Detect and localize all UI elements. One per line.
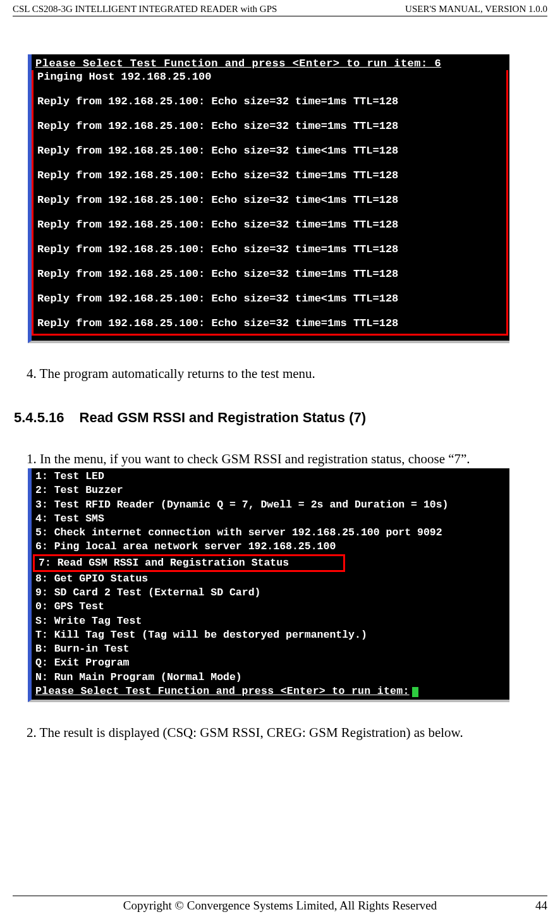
menu-prompt: Please Select Test Function and press <E…	[32, 684, 509, 698]
menu-line: 9: SD Card 2 Test (External SD Card)	[32, 586, 509, 600]
terminal-screenshot-menu: 1: Test LED 2: Test Buzzer 3: Test RFID …	[28, 468, 509, 702]
menu-line: 0: GPS Test	[32, 600, 509, 614]
section-title: Read GSM RSSI and Registration Status (7…	[80, 410, 367, 425]
menu-line: 6: Ping local area network server 192.16…	[32, 540, 509, 554]
menu-line: T: Kill Tag Test (Tag will be destoryed …	[32, 628, 509, 642]
terminal-line: Reply from 192.168.25.100: Echo size=32 …	[33, 267, 506, 281]
terminal-line: Reply from 192.168.25.100: Echo size=32 …	[33, 193, 506, 207]
page-header: CSL CS208-3G INTELLIGENT INTEGRATED READ…	[13, 0, 547, 16]
menu-prompt-text: Please Select Test Function and press <E…	[35, 685, 410, 697]
header-left: CSL CS208-3G INTELLIGENT INTEGRATED READ…	[13, 4, 277, 15]
terminal-line: Reply from 192.168.25.100: Echo size=32 …	[33, 292, 506, 305]
terminal-line: Reply from 192.168.25.100: Echo size=32 …	[33, 119, 506, 133]
page-footer: Copyright © Convergence Systems Limited,…	[13, 896, 547, 913]
menu-line: 2: Test Buzzer	[32, 483, 509, 497]
footer-copyright: Copyright © Convergence Systems Limited,…	[13, 899, 547, 913]
terminal-line: Reply from 192.168.25.100: Echo size=32 …	[33, 144, 506, 157]
header-right: USER'S MANUAL, VERSION 1.0.0	[405, 4, 547, 15]
step-4-text: 4. The program automatically returns to …	[27, 366, 547, 382]
menu-line: 5: Check internet connection with server…	[32, 526, 509, 540]
footer-page-number: 44	[535, 899, 547, 913]
terminal-line: Pinging Host 192.168.25.100	[33, 70, 506, 83]
menu-line: B: Burn-in Test	[32, 642, 509, 656]
menu-line: Q: Exit Program	[32, 656, 509, 670]
terminal-line: Reply from 192.168.25.100: Echo size=32 …	[33, 169, 506, 182]
menu-line: N: Run Main Program (Normal Mode)	[32, 671, 509, 684]
terminal-line: Reply from 192.168.25.100: Echo size=32 …	[33, 95, 506, 108]
section-number: 5.4.5.16	[14, 410, 64, 426]
terminal-prompt-line: Please Select Test Function and press <E…	[32, 57, 509, 70]
highlight-box: Pinging Host 192.168.25.100 Reply from 1…	[32, 70, 508, 336]
menu-line-highlighted: 7: Read GSM RSSI and Registration Status	[33, 554, 345, 572]
menu-line: S: Write Tag Test	[32, 614, 509, 628]
terminal-line: Reply from 192.168.25.100: Echo size=32 …	[33, 317, 506, 330]
menu-line: 3: Test RFID Reader (Dynamic Q = 7, Dwel…	[32, 498, 509, 512]
step-1-text: 1. In the menu, if you want to check GSM…	[27, 451, 547, 467]
menu-line: 1: Test LED	[32, 470, 509, 483]
menu-line: 4: Test SMS	[32, 512, 509, 526]
terminal-line: Reply from 192.168.25.100: Echo size=32 …	[33, 243, 506, 256]
cursor-icon	[412, 687, 418, 697]
section-heading: 5.4.5.16Read GSM RSSI and Registration S…	[14, 410, 547, 426]
step-2-text: 2. The result is displayed (CSQ: GSM RSS…	[27, 725, 547, 741]
terminal-screenshot-ping: Please Select Test Function and press <E…	[28, 54, 509, 343]
menu-line: 8: Get GPIO Status	[32, 572, 509, 586]
terminal-line: Reply from 192.168.25.100: Echo size=32 …	[33, 218, 506, 231]
